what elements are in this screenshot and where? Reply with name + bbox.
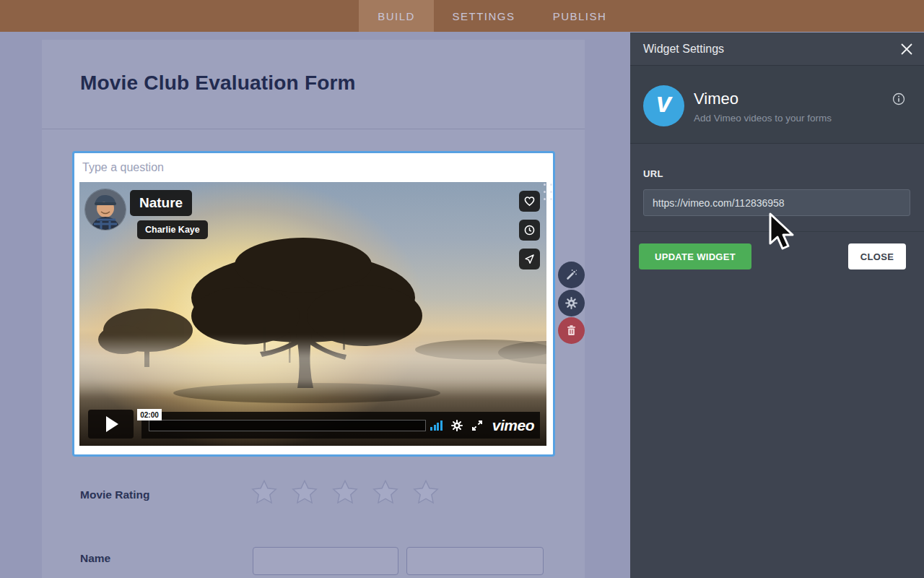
widget-description: Add Vimeo videos to your forms — [694, 113, 832, 124]
widget-wizard-button[interactable] — [558, 262, 585, 288]
tab-settings[interactable]: SETTINGS — [446, 0, 521, 32]
close-icon — [900, 43, 913, 56]
widget-settings-button[interactable] — [558, 290, 585, 316]
fullscreen-button[interactable] — [471, 420, 483, 431]
star-icon[interactable] — [291, 479, 318, 506]
avatar[interactable] — [85, 189, 126, 230]
video-action-buttons — [519, 191, 540, 269]
widget-drag-handle[interactable] — [544, 184, 552, 206]
star-icon[interactable] — [372, 479, 399, 506]
video-author-badge[interactable]: Charlie Kaye — [137, 220, 208, 239]
time-tooltip: 02:00 — [137, 409, 162, 420]
panel-header: Widget Settings — [630, 33, 924, 66]
form-title[interactable]: Movie Club Evaluation Form — [80, 72, 356, 95]
panel-close-button[interactable] — [899, 42, 914, 56]
name-label: Name — [80, 552, 110, 565]
gear-icon — [565, 296, 578, 310]
play-icon — [106, 416, 118, 432]
vimeo-logo[interactable]: vimeo — [492, 417, 534, 434]
last-name-input[interactable] — [406, 547, 544, 575]
send-icon — [523, 253, 536, 265]
clock-icon — [523, 224, 536, 236]
close-button[interactable]: CLOSE — [848, 243, 906, 269]
play-button[interactable] — [88, 410, 134, 439]
video-title: Nature — [139, 195, 183, 211]
gear-icon — [450, 419, 463, 432]
form-builder-canvas: Movie Club Evaluation Form Type a questi… — [0, 32, 630, 578]
top-navigation-bar: BUILD SETTINGS PUBLISH — [0, 0, 924, 32]
url-label: URL — [643, 168, 663, 179]
widget-delete-button[interactable] — [558, 317, 585, 344]
first-name-input[interactable] — [253, 547, 398, 575]
fullscreen-icon — [471, 420, 483, 431]
divider — [630, 231, 924, 232]
video-control-bar: vimeo — [141, 412, 540, 439]
trash-icon — [565, 324, 578, 337]
star-rating-control — [250, 479, 440, 506]
widget-info-section: v Vimeo Add Vimeo videos to your forms — [630, 66, 924, 144]
divider — [42, 129, 585, 129]
panel-title: Widget Settings — [643, 43, 724, 56]
star-icon[interactable] — [250, 479, 278, 506]
widget-settings-panel: Widget Settings v Vimeo Add Vimeo videos… — [630, 33, 924, 578]
vimeo-widget-question[interactable]: Type a question — [72, 151, 555, 457]
star-icon[interactable] — [412, 479, 440, 506]
question-placeholder[interactable]: Type a question — [82, 161, 164, 174]
url-input[interactable] — [643, 189, 910, 216]
form-card: Movie Club Evaluation Form Type a questi… — [42, 40, 585, 578]
widget-name: Vimeo — [694, 90, 738, 108]
movie-rating-label: Movie Rating — [80, 488, 149, 501]
volume-control[interactable] — [430, 420, 443, 431]
tab-build[interactable]: BUILD — [359, 0, 434, 32]
settings-gear-button[interactable] — [450, 419, 463, 432]
vimeo-v-glyph: v — [656, 87, 671, 118]
like-button[interactable] — [519, 191, 540, 212]
share-button[interactable] — [519, 249, 540, 269]
video-author: Charlie Kaye — [145, 225, 200, 235]
tab-publish[interactable]: PUBLISH — [542, 0, 617, 32]
vimeo-widget-icon: v — [643, 85, 684, 126]
watch-later-button[interactable] — [519, 220, 540, 241]
magic-wand-icon — [565, 268, 578, 282]
heart-icon — [523, 195, 536, 207]
info-icon — [892, 92, 905, 105]
video-title-badge[interactable]: Nature — [130, 190, 192, 216]
star-icon[interactable] — [331, 479, 359, 506]
video-fog-overlay — [79, 335, 546, 399]
update-widget-button[interactable]: UPDATE WIDGET — [639, 243, 751, 269]
vimeo-video-player[interactable]: Nature Charlie Kaye — [79, 182, 546, 446]
widget-info-button[interactable] — [892, 92, 905, 108]
progress-bar[interactable] — [149, 420, 426, 431]
